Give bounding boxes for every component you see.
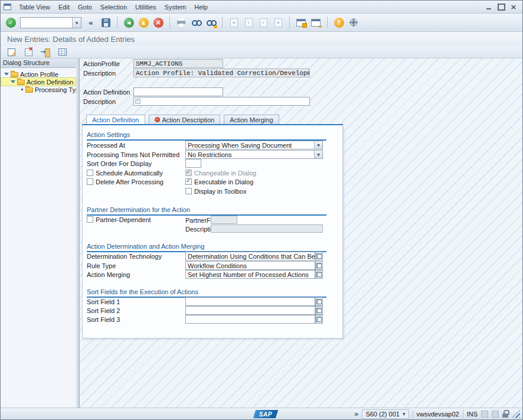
next-page-icon: [260, 18, 267, 27]
page-title: New Entries: Details of Added Entries: [7, 35, 135, 44]
close-icon[interactable]: [509, 4, 518, 11]
changeable-in-dialog-label: Changeable in Dialog: [194, 170, 256, 177]
rule-type-field[interactable]: Workflow Conditions: [185, 261, 315, 270]
cancel-button[interactable]: [152, 16, 165, 29]
save-icon: [102, 18, 110, 27]
next-page-button[interactable]: [257, 16, 270, 29]
value-help-button[interactable]: [315, 252, 323, 261]
action-definition-input[interactable]: [133, 87, 223, 96]
chevron-down-icon[interactable]: [314, 151, 322, 158]
list-button[interactable]: [57, 47, 68, 57]
help-icon: [334, 18, 344, 28]
create-shortcut-button[interactable]: [309, 16, 322, 29]
command-input[interactable]: [21, 18, 72, 27]
value-help-button[interactable]: [315, 306, 323, 315]
tab-strip: Action Definition Action Description Act…: [86, 115, 279, 124]
chevron-down-icon[interactable]: [72, 18, 81, 28]
maximize-icon[interactable]: [497, 4, 505, 11]
first-page-button[interactable]: [227, 16, 240, 29]
system-selector[interactable]: S60 (2) 001: [362, 409, 408, 419]
toolbar-separator: [169, 17, 170, 28]
definition-description-input[interactable]: [142, 98, 308, 105]
menu-system[interactable]: System: [161, 2, 191, 12]
sort-order-label: Sort Order For Display: [87, 160, 152, 167]
folder-icon: [11, 72, 18, 77]
toolbar-separator: [117, 17, 117, 28]
customize-button[interactable]: [347, 16, 360, 29]
last-page-button[interactable]: [272, 16, 285, 29]
host-name: vwsvdevsap02: [417, 411, 459, 418]
processed-at-select[interactable]: Processing When Saving Document: [185, 141, 323, 149]
enter-button[interactable]: [4, 16, 17, 29]
toolbar-separator: [327, 17, 328, 28]
chevron-down-icon[interactable]: [314, 141, 322, 149]
partner-function-field: [211, 216, 237, 224]
sort-field-2-input[interactable]: [185, 306, 315, 315]
sort-order-input[interactable]: [185, 159, 201, 168]
save-button[interactable]: [99, 16, 112, 29]
previous-page-button[interactable]: [242, 16, 255, 29]
sort-field-1-input[interactable]: [185, 297, 315, 306]
display-in-toolbox-checkbox[interactable]: [185, 188, 192, 194]
dialog-structure-panel: Dialog Structure Action Profile Action D…: [1, 58, 76, 408]
window-menu-icon[interactable]: [4, 4, 11, 10]
find-button[interactable]: [189, 16, 202, 29]
processing-times-select[interactable]: No Restrictions: [185, 150, 323, 159]
menu-help[interactable]: Help: [190, 2, 212, 12]
section-action-determination: Action Determination and Action Merging: [87, 243, 326, 252]
collapse-command-button[interactable]: [84, 16, 97, 29]
print-button[interactable]: [175, 16, 188, 29]
sap-logo: SAP: [253, 410, 279, 418]
find-next-button[interactable]: [204, 16, 217, 29]
delete-after-processing-checkbox[interactable]: [87, 178, 93, 185]
tree-item-label: Action Definition: [27, 79, 74, 86]
schedule-automatically-checkbox[interactable]: [87, 170, 93, 176]
profile-description-field: Action Profile: Validated Correction/Dev…: [133, 69, 310, 77]
tab-action-definition[interactable]: Action Definition: [86, 115, 145, 124]
copy-icon: [41, 48, 50, 56]
value-help-button[interactable]: [315, 270, 323, 279]
gear-icon: [349, 18, 358, 27]
expander-icon[interactable]: [4, 73, 9, 76]
edit-button[interactable]: [5, 47, 17, 57]
exit-button[interactable]: [137, 16, 150, 29]
copy-button[interactable]: [40, 47, 51, 57]
print-icon: [176, 18, 186, 27]
determination-technology-field[interactable]: Determination Using Conditions that Can …: [185, 252, 315, 261]
menu-goto[interactable]: Goto: [74, 2, 96, 12]
menu-edit[interactable]: Edit: [54, 2, 74, 12]
toolbar-separator: [222, 17, 223, 28]
value-help-button[interactable]: [315, 315, 323, 324]
tab-action-merging[interactable]: Action Merging: [224, 115, 279, 124]
value-help-button[interactable]: [315, 297, 323, 306]
application-toolbar: [1, 46, 522, 58]
shortcut-icon: [311, 19, 321, 27]
schedule-automatically-label: Schedule Automatically: [96, 170, 163, 177]
new-session-button[interactable]: [295, 16, 308, 29]
processing-times-value: No Restrictions: [186, 151, 314, 158]
delete-entry-button[interactable]: [22, 47, 34, 57]
tree-item-action-definition[interactable]: Action Definition: [1, 78, 76, 86]
sap-window: Table View Edit Goto Selection Utilities…: [0, 0, 523, 420]
value-help-button[interactable]: [315, 261, 323, 270]
tree-item-processing-types[interactable]: Processing Types: [1, 86, 76, 93]
minimize-icon[interactable]: [485, 4, 493, 11]
partner-dependent-checkbox[interactable]: [87, 216, 93, 223]
menu-utilities[interactable]: Utilities: [131, 2, 160, 12]
insert-mode-indicator: INS: [467, 411, 478, 418]
menu-table-view[interactable]: Table View: [15, 2, 54, 12]
help-button[interactable]: [332, 16, 345, 29]
executable-in-dialog-checkbox[interactable]: [185, 178, 192, 185]
command-field[interactable]: [20, 17, 81, 28]
back-button[interactable]: [122, 16, 135, 29]
expander-icon[interactable]: [11, 80, 15, 83]
tab-action-description[interactable]: Action Description: [149, 115, 221, 124]
status-expand-icon[interactable]: [354, 410, 359, 418]
sort-field-3-input[interactable]: [185, 315, 315, 324]
sort-field-1-label: Sort Field 1: [87, 298, 120, 305]
action-merging-field[interactable]: Set Highest Number of Processed Actions: [185, 270, 315, 279]
tree-item-action-profile[interactable]: Action Profile: [1, 70, 76, 78]
menu-selection[interactable]: Selection: [96, 2, 131, 12]
resize-grip-icon[interactable]: [512, 410, 520, 418]
back-icon: [124, 18, 134, 28]
